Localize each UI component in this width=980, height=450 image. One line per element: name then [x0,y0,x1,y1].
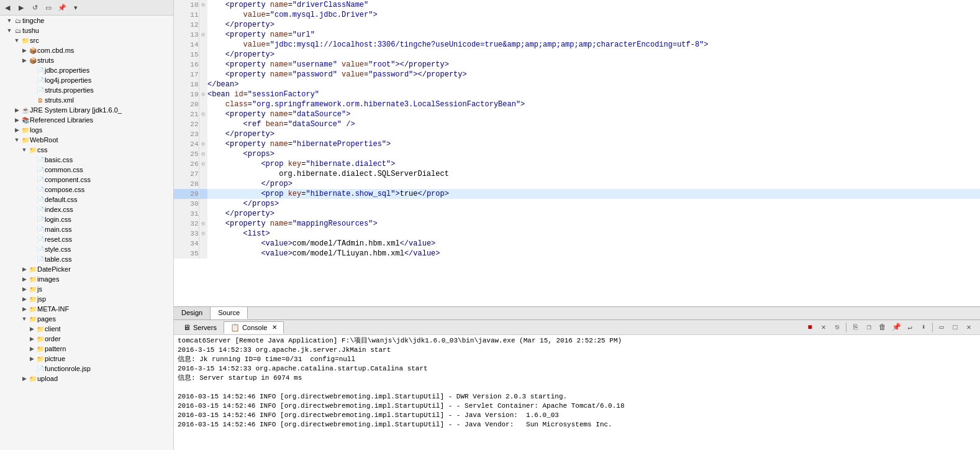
sidebar-item-style-css[interactable]: 📄 style.css [0,244,173,254]
console-line-9: 2016-03-15 14:52:46 INFO [org.directwebr… [178,420,976,429]
console-icon: 📋 [230,323,240,332]
sidebar-item-src[interactable]: ▼ 📁 src [0,35,173,45]
code-content: </property> [207,20,980,30]
sidebar-item-datepicker[interactable]: ▶ 📁 DatePicker [0,264,173,274]
stop-button[interactable]: ■ [804,321,816,334]
code-content: class="org.springframework.orm.hibernate… [207,99,980,109]
sidebar-item-log4j-properties[interactable]: 📄 log4j.properties [0,75,173,85]
line-num: 30 [174,199,199,209]
fold-marker [199,50,207,60]
sidebar-item-main-css[interactable]: 📄 main.css [0,224,173,234]
code-content: <property name="mappingResources"> [207,219,980,229]
sidebar-item-referenced-libraries[interactable]: ▶ 📚 Referenced Libraries [0,115,173,125]
code-line-24: 24 ◎ <property name="hibernateProperties… [174,139,980,149]
fold-marker[interactable]: ◎ [199,109,207,119]
fold-marker[interactable]: ◎ [199,149,207,159]
sidebar-item-order[interactable]: ▶ 📁 order [0,334,173,344]
fold-marker[interactable]: ◎ [199,90,207,99]
minimize-btn[interactable]: ▭ [42,1,55,14]
fold-marker[interactable]: ◎ [199,30,207,40]
sidebar-item-logs[interactable]: ▶ 📁 logs [0,125,173,135]
fold-marker [199,99,207,109]
refresh-btn[interactable]: ↺ [29,1,41,14]
sidebar-item-component-css[interactable]: 📄 component.css [0,175,173,185]
console-line-1: 2016-3-15 14:52:33 org.apache.jk.server.… [178,346,976,355]
tab-source[interactable]: Source [211,307,248,319]
tab-servers[interactable]: 🖥 Servers [176,321,224,334]
sidebar-item-tingche[interactable]: ▼ 🗂 tingche [0,16,173,25]
sidebar-item-default-css[interactable]: 📄 default.css [0,195,173,204]
maximize-panel-button[interactable]: □ [949,321,961,334]
sidebar-item-pictrue[interactable]: ▶ 📁 pictrue [0,354,173,364]
sidebar-item-index-css[interactable]: 📄 index.css [0,204,173,214]
sidebar-item-struts[interactable]: ▶ 📦 struts [0,55,173,65]
fold-marker[interactable]: ◎ [199,159,207,169]
forward-btn[interactable]: ▶ [15,1,27,14]
sidebar-item-struts-properties[interactable]: 📄 struts.properties [0,85,173,95]
code-content: </props> [207,199,980,209]
code-content: value="com.mysql.jdbc.Driver"> [207,10,980,20]
fold-marker [199,80,207,90]
tab-design[interactable]: Design [174,307,211,319]
code-content: org.hibernate.dialect.SQLServerDialect [207,169,980,179]
sidebar-item-table-css[interactable]: 📄 table.css [0,254,173,264]
sidebar-item-jdbc-properties[interactable]: 📄 jdbc.properties [0,65,173,75]
sidebar-item-struts-xml[interactable]: 🗎 struts.xml [0,95,173,105]
scroll-button[interactable]: ⬇ [917,321,930,334]
back-btn[interactable]: ◀ [1,1,14,14]
fold-marker [199,189,207,199]
code-content: value="jdbc:mysql://localhost:3306/tingc… [207,40,980,50]
code-line-20: 20 class="org.springframework.orm.hibern… [174,99,980,109]
console-close-icon[interactable]: ✕ [272,324,277,331]
sidebar-item-upload[interactable]: ▶ 📁 upload [0,374,173,383]
sidebar-item-jsp[interactable]: ▶ 📁 jsp [0,294,173,304]
copy2-button[interactable]: ❐ [863,321,875,334]
fold-marker[interactable]: ◎ [199,229,207,239]
wordwrap-button[interactable]: ↵ [904,321,916,334]
sidebar-item-js[interactable]: ▶ 📁 js [0,284,173,294]
editor-content[interactable]: 10 ◎ <property name="driverClassName" 11… [174,0,980,306]
pin-btn[interactable]: 📌 [56,1,68,14]
sidebar-item-meta-inf[interactable]: ▶ 📁 META-INF [0,304,173,314]
code-line-35: 35 <value>com/model/TLiuyan.hbm.xml</val… [174,249,980,259]
fold-marker [199,179,207,189]
sidebar-item-css[interactable]: ▼ 📁 css [0,145,173,155]
copy-button[interactable]: ⎘ [849,321,861,334]
code-line-23: 23 </property> [174,129,980,139]
design-source-tabs: Design Source [174,306,980,319]
sidebar-item-images[interactable]: ▶ 📁 images [0,274,173,284]
sidebar-item-compose-css[interactable]: 📄 compose.css [0,185,173,195]
sidebar-item-reset-css[interactable]: 📄 reset.css [0,234,173,244]
sidebar-item-basic-css[interactable]: 📄 basic.css [0,155,173,165]
sidebar-item-functionrole-jsp[interactable]: 📄 functionrole.jsp [0,364,173,374]
tab-console[interactable]: 📋 Console ✕ [224,321,284,334]
code-line-18: 18 </bean> [174,80,980,90]
minimize-panel-button[interactable]: ▭ [935,321,948,334]
close-panel-button[interactable]: ✕ [963,321,975,334]
sidebar-item-webroot[interactable]: ▼ 📁 WebRoot [0,135,173,145]
terminate-button[interactable]: ✕ [817,321,830,334]
clear-button[interactable]: 🗑 [876,321,889,334]
code-line-28: 28 </prop> [174,179,980,189]
sidebar-item-tushu[interactable]: ▼ 🗂 tushu [0,25,173,35]
disconnect-button[interactable]: ⎋ [831,321,843,334]
sidebar-toolbar: ◀ ▶ ↺ ▭ 📌 ▾ [0,0,173,16]
console-output[interactable]: tomcat6Server [Remote Java Application] … [174,335,980,450]
fold-marker[interactable]: ◎ [199,0,207,10]
sidebar-item-login-css[interactable]: 📄 login.css [0,214,173,224]
sidebar-item-jre[interactable]: ▶ ☕ JRE System Library [jdk1.6.0_ [0,105,173,115]
pin-button[interactable]: 📌 [890,321,902,334]
dropdown-btn[interactable]: ▾ [70,1,82,14]
sidebar-item-pages[interactable]: ▼ 📁 pages [0,314,173,324]
console-line-6: 2016-03-15 14:52:46 INFO [org.directwebr… [178,392,976,402]
sidebar-item-common-css[interactable]: 📄 common.css [0,165,173,175]
code-content: </bean> [207,80,980,90]
sidebar-item-pattern[interactable]: ▶ 📁 pattern [0,344,173,354]
console-line-2: 信息: Jk running ID=0 time=0/31 config=nul… [178,355,976,364]
console-line-3: 2016-3-15 14:52:33 org.apache.catalina.s… [178,364,976,374]
sidebar-item-com-cbd-ms[interactable]: ▶ 📦 com.cbd.ms [0,45,173,55]
fold-marker[interactable]: ◎ [199,219,207,229]
code-content: <property name="driverClassName" [207,0,980,10]
sidebar-item-client[interactable]: ▶ 📁 client [0,324,173,334]
fold-marker[interactable]: ◎ [199,139,207,149]
